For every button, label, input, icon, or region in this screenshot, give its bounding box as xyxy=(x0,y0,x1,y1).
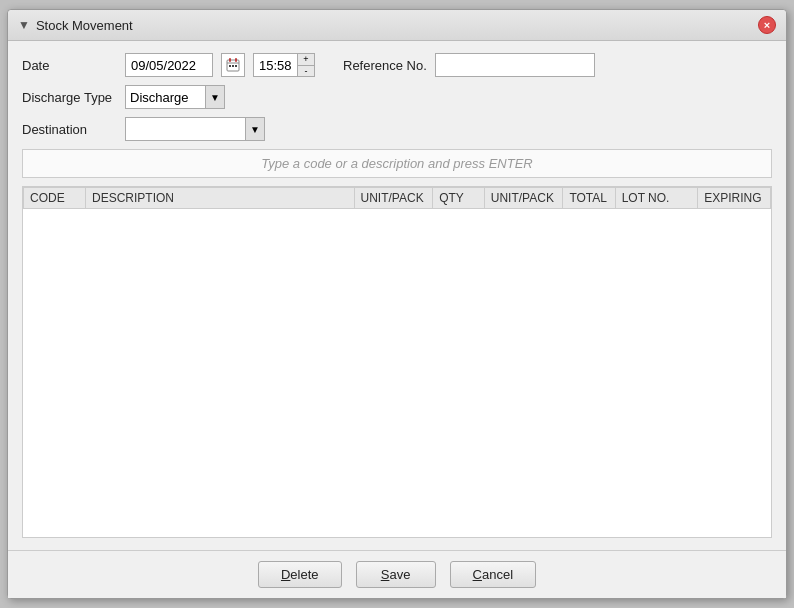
cancel-label-rest: ancel xyxy=(482,567,513,582)
window-title: Stock Movement xyxy=(36,18,133,33)
discharge-type-row: Discharge Type Discharge ▼ xyxy=(22,85,772,109)
items-table: CODE DESCRIPTION UNIT/PACK QTY UNIT/PACK… xyxy=(23,187,771,209)
destination-select[interactable] xyxy=(125,117,245,141)
discharge-dropdown-arrow[interactable]: ▼ xyxy=(205,85,225,109)
date-ref-row: Date 15:58 + - Ref xyxy=(22,53,772,77)
time-up-button[interactable]: + xyxy=(297,53,315,65)
items-table-container: CODE DESCRIPTION UNIT/PACK QTY UNIT/PACK… xyxy=(22,186,772,538)
stock-movement-window: ▼ Stock Movement × Date 15: xyxy=(7,9,787,599)
cancel-button[interactable]: Cancel xyxy=(450,561,536,588)
col-header-total: TOTAL xyxy=(563,188,615,209)
calendar-icon[interactable] xyxy=(221,53,245,77)
col-header-expiring: EXPIRING xyxy=(698,188,771,209)
discharge-type-select[interactable]: Discharge xyxy=(125,85,205,109)
table-header-row: CODE DESCRIPTION UNIT/PACK QTY UNIT/PACK… xyxy=(24,188,771,209)
date-label: Date xyxy=(22,58,117,73)
chevron-down-icon[interactable]: ▼ xyxy=(18,18,30,32)
save-label-rest: ave xyxy=(389,567,410,582)
content-area: Date 15:58 + - Ref xyxy=(8,41,786,550)
title-bar-left: ▼ Stock Movement xyxy=(18,18,133,33)
destination-row: Destination ▼ xyxy=(22,117,772,141)
col-header-code: CODE xyxy=(24,188,86,209)
close-button[interactable]: × xyxy=(758,16,776,34)
time-wrap: 15:58 + - xyxy=(253,53,315,77)
destination-dropdown-arrow[interactable]: ▼ xyxy=(245,117,265,141)
svg-rect-1 xyxy=(229,58,231,62)
search-hint[interactable]: Type a code or a description and press E… xyxy=(22,149,772,178)
time-down-button[interactable]: - xyxy=(297,65,315,77)
destination-select-wrap: ▼ xyxy=(125,117,265,141)
delete-underline-char: D xyxy=(281,567,290,582)
col-header-description: DESCRIPTION xyxy=(85,188,354,209)
title-bar: ▼ Stock Movement × xyxy=(8,10,786,41)
delete-label-rest: elete xyxy=(290,567,318,582)
save-button[interactable]: Save xyxy=(356,561,436,588)
ref-input[interactable] xyxy=(435,53,595,77)
delete-button[interactable]: Delete xyxy=(258,561,342,588)
footer: Delete Save Cancel xyxy=(8,550,786,598)
col-header-qty: QTY xyxy=(433,188,485,209)
svg-rect-4 xyxy=(229,65,231,67)
svg-rect-6 xyxy=(235,65,237,67)
col-header-unit-pack2: UNIT/PACK xyxy=(484,188,563,209)
svg-rect-2 xyxy=(235,58,237,62)
date-input[interactable] xyxy=(125,53,213,77)
col-header-unit-pack1: UNIT/PACK xyxy=(354,188,433,209)
svg-rect-5 xyxy=(232,65,234,67)
destination-label: Destination xyxy=(22,122,117,137)
time-display: 15:58 xyxy=(253,53,297,77)
time-spinners: + - xyxy=(297,53,315,77)
discharge-type-label: Discharge Type xyxy=(22,90,117,105)
ref-label: Reference No. xyxy=(343,58,427,73)
discharge-type-select-wrap: Discharge ▼ xyxy=(125,85,225,109)
cancel-underline-char: C xyxy=(473,567,482,582)
col-header-lot-no: LOT NO. xyxy=(615,188,698,209)
